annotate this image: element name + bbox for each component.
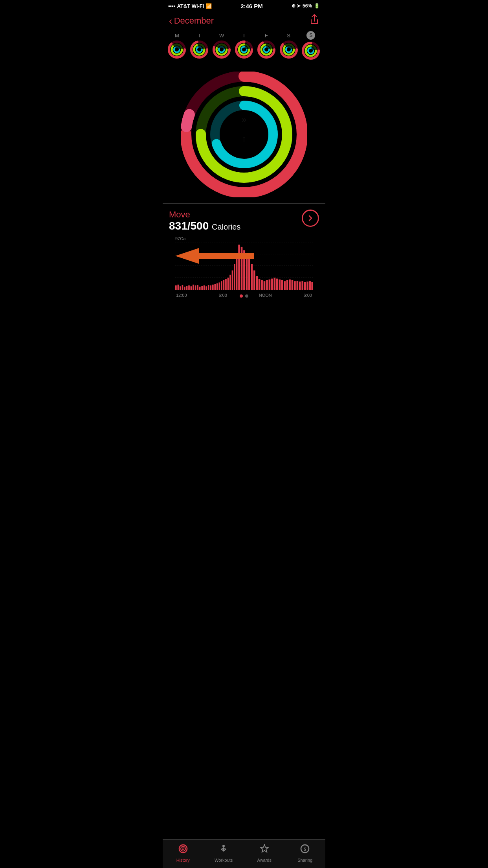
svg-rect-80 — [219, 282, 220, 290]
svg-rect-104 — [276, 279, 278, 290]
mini-ring-wed — [212, 40, 231, 59]
svg-rect-66 — [188, 285, 190, 290]
svg-rect-100 — [266, 280, 268, 290]
status-left: ▪▪▪▪ AT&T Wi-Fi 📶 — [168, 3, 212, 9]
day-label-sat: S — [287, 33, 290, 39]
wifi-icon: 📶 — [205, 3, 212, 9]
svg-rect-84 — [227, 278, 229, 290]
chart-label-1200: 12:00 — [176, 293, 187, 298]
svg-rect-75 — [208, 285, 209, 290]
svg-rect-111 — [294, 281, 296, 290]
svg-rect-97 — [259, 279, 261, 290]
move-info: Move 831/500 Calories — [169, 210, 240, 232]
day-label-wed: W — [219, 33, 224, 39]
back-chevron-icon: ‹ — [169, 16, 172, 26]
svg-rect-96 — [256, 276, 258, 290]
mini-ring-fri — [257, 40, 276, 59]
svg-rect-64 — [184, 287, 185, 290]
mini-ring-sun — [301, 41, 320, 60]
svg-rect-101 — [269, 280, 271, 290]
week-row: M T W — [163, 31, 325, 60]
svg-rect-68 — [193, 285, 194, 290]
svg-rect-85 — [229, 275, 231, 290]
svg-rect-105 — [279, 280, 281, 290]
day-label-thu: T — [242, 33, 246, 39]
main-rings: → » ↑ — [163, 62, 325, 203]
svg-rect-110 — [292, 280, 294, 290]
svg-rect-70 — [197, 285, 198, 290]
svg-rect-112 — [297, 281, 299, 290]
move-unit: Calories — [212, 223, 240, 231]
svg-rect-72 — [201, 286, 203, 290]
svg-rect-95 — [253, 270, 255, 290]
move-header: Move 831/500 Calories — [169, 210, 319, 232]
svg-rect-61 — [178, 285, 179, 290]
day-label-sun: S — [306, 31, 315, 40]
chart-cal-label: 97Cal — [175, 236, 187, 241]
svg-rect-114 — [301, 281, 303, 290]
mini-ring-mon — [167, 40, 186, 59]
svg-rect-77 — [212, 285, 214, 290]
svg-text:→: → — [240, 92, 248, 102]
svg-rect-76 — [210, 285, 211, 290]
chart-label-600: 6:00 — [218, 293, 227, 298]
svg-rect-74 — [205, 286, 207, 290]
day-label-fri: F — [265, 33, 268, 39]
day-col-wed[interactable]: W — [211, 33, 232, 59]
svg-text:↑: ↑ — [242, 134, 246, 143]
day-col-thu[interactable]: T — [234, 33, 254, 59]
carrier-label: AT&T Wi-Fi — [177, 3, 204, 9]
svg-rect-86 — [232, 270, 233, 290]
svg-rect-113 — [299, 281, 301, 290]
svg-rect-71 — [199, 287, 201, 290]
svg-rect-99 — [264, 281, 266, 290]
move-number: 831/500 — [169, 220, 209, 232]
chart-area: 97Cal — [175, 236, 313, 291]
svg-rect-65 — [186, 286, 188, 290]
move-value: 831/500 Calories — [169, 220, 240, 232]
svg-rect-60 — [175, 285, 177, 290]
svg-rect-63 — [182, 285, 183, 290]
svg-rect-62 — [180, 286, 181, 290]
move-section: Move 831/500 Calories 97Cal — [163, 204, 325, 298]
day-col-fri[interactable]: F — [256, 33, 277, 59]
day-col-mon[interactable]: M — [167, 33, 187, 59]
svg-rect-83 — [225, 279, 227, 290]
header: ‹ December — [163, 12, 325, 31]
swipe-arrow — [175, 244, 254, 269]
svg-rect-54 — [199, 253, 254, 259]
svg-marker-53 — [175, 248, 199, 264]
activity-rings-svg: → » ↑ — [181, 72, 307, 197]
battery-icon: 🔋 — [314, 3, 320, 9]
move-detail-button[interactable] — [302, 210, 319, 227]
svg-text:»: » — [242, 115, 246, 125]
status-bar: ▪▪▪▪ AT&T Wi-Fi 📶 2:46 PM ⊕ ➤ 56% 🔋 — [163, 0, 325, 12]
day-label-mon: M — [175, 33, 179, 39]
battery-label: 56% — [303, 3, 312, 9]
back-button[interactable]: ‹ December — [169, 16, 214, 26]
left-arrow-icon — [175, 244, 254, 268]
svg-rect-102 — [271, 279, 273, 290]
share-button[interactable] — [310, 14, 319, 27]
status-right: ⊕ ➤ 56% 🔋 — [292, 3, 320, 9]
chart-label-noon: NOON — [259, 293, 272, 298]
day-col-tue[interactable]: T — [189, 33, 209, 59]
svg-rect-79 — [216, 283, 218, 290]
arrow-right-icon — [307, 215, 314, 222]
svg-rect-108 — [286, 280, 288, 290]
mini-ring-thu — [235, 40, 253, 59]
move-title: Move — [169, 210, 240, 220]
svg-rect-82 — [223, 280, 225, 290]
chart-x-labels: 12:00 6:00 NOON 6:00 — [175, 293, 313, 298]
day-label-tue: T — [198, 33, 201, 39]
day-col-sun[interactable]: S — [301, 31, 321, 60]
svg-rect-73 — [204, 285, 205, 290]
back-label: December — [174, 16, 214, 26]
day-col-sat[interactable]: S — [279, 33, 299, 59]
location-icon: ⊕ ➤ — [292, 3, 301, 9]
svg-rect-103 — [274, 278, 276, 290]
svg-rect-106 — [281, 280, 283, 290]
svg-rect-81 — [221, 281, 222, 290]
chart-label-1800: 6:00 — [304, 293, 312, 298]
mini-ring-sat — [279, 40, 298, 59]
